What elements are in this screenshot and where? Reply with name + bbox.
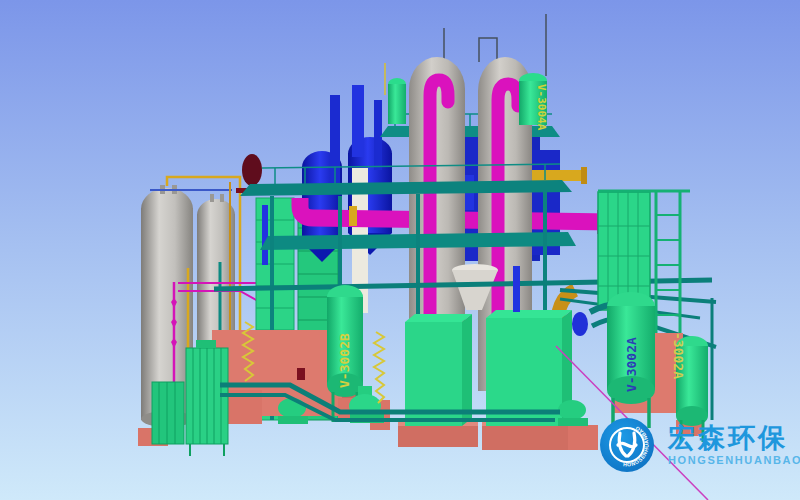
logo-name-en: HONGSENHUANBAO bbox=[668, 454, 800, 466]
green-tank-boxes bbox=[405, 310, 572, 426]
logo-mark: HONGSENHUANBAO bbox=[598, 416, 656, 474]
label-v3004a: V-3004A bbox=[535, 84, 548, 131]
company-logo: HONGSENHUANBAO 宏森环保 HONGSENHUANBAO bbox=[598, 416, 800, 474]
logo-name-cn: 宏森环保 bbox=[668, 424, 800, 452]
label-v3002a: V-3002A bbox=[624, 337, 639, 392]
label-3002a-alt: -3002A bbox=[671, 332, 686, 379]
label-v3002b: V-3002B bbox=[337, 333, 352, 388]
logo-text-block: 宏森环保 HONGSENHUANBAO bbox=[668, 424, 800, 465]
